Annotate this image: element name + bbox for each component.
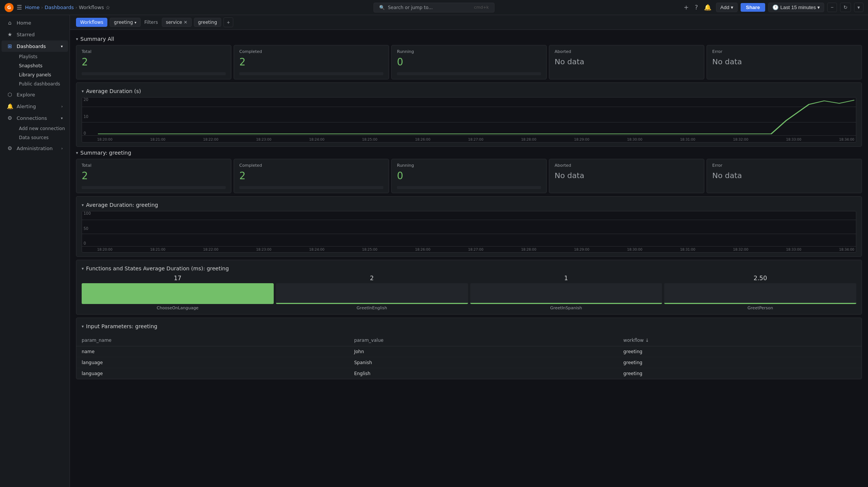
sidebar-label-dashboards: Dashboards [17, 43, 46, 49]
sidebar-item-connections[interactable]: ⚙ Connections ▾ [2, 112, 68, 124]
xl-9: 18:28:00 [521, 138, 536, 141]
sidebar-item-administration[interactable]: ⚙ Administration › [2, 143, 68, 154]
stat-bar-g-completed [239, 186, 383, 189]
help-icon[interactable]: ? [693, 2, 700, 12]
col-header-param-value[interactable]: param_value [349, 335, 618, 346]
summary-all-chevron-icon[interactable]: ▾ [76, 37, 78, 42]
breadcrumb-current: Workflows [79, 5, 104, 10]
tab-greeting[interactable]: greeting ▾ [110, 18, 140, 27]
bar-value-english: 2 [276, 275, 468, 282]
col-header-workflow[interactable]: workflow ↓ [618, 335, 862, 346]
greeting-tab-chevron-icon: ▾ [135, 20, 136, 25]
plus-icon[interactable]: + [682, 2, 690, 12]
sidebar: ⌂ Home ★ Starred ⊞ Dashboards ▾ Playlist… [0, 15, 70, 487]
search-box[interactable]: 🔍 Search or jump to... cmd+k [374, 3, 494, 12]
avg-duration-chevron-icon[interactable]: ▾ [82, 89, 84, 94]
sidebar-sub-public-dashboards[interactable]: Public dashboards [16, 79, 70, 88]
sidebar-item-explore[interactable]: ⬡ Explore [2, 89, 68, 100]
stat-value-g-error: No data [712, 171, 856, 180]
sidebar-sub-playlists[interactable]: Playlists [16, 52, 70, 61]
stat-label-running: Running [397, 49, 541, 54]
stat-bar-g-running [397, 186, 541, 189]
gr-xl-4: 18:23:00 [256, 248, 271, 251]
stat-label-completed: Completed [239, 49, 383, 54]
breadcrumb-home[interactable]: Home [25, 5, 39, 10]
gr-xl-15: 18:34:00 [839, 248, 854, 251]
sidebar-sub-snapshots[interactable]: Snapshots [16, 61, 70, 70]
grafana-logo[interactable]: G [5, 3, 14, 12]
greeting-tab-label: greeting [114, 20, 133, 25]
bar-inner-spanish [470, 303, 662, 304]
sidebar-sub-library-panels[interactable]: Library panels [16, 70, 70, 79]
sidebar-toggle[interactable]: ☰ [17, 4, 22, 11]
sidebar-item-dashboards[interactable]: ⊞ Dashboards ▾ [2, 40, 68, 52]
refresh-button[interactable]: ↻ [840, 3, 851, 12]
stat-card-g-completed: Completed 2 [234, 159, 389, 193]
avg-duration-greeting-inner: ▾ Average Duration: greeting 100 50 0 [76, 197, 862, 256]
sidebar-sub-dashboards: Playlists Snapshots Library panels Publi… [0, 52, 70, 88]
gr-xl-10: 18:29:00 [574, 248, 589, 251]
avg-duration-inner: ▾ Average Duration (s) 20 10 0 [76, 83, 862, 146]
sidebar-item-home[interactable]: ⌂ Home [2, 17, 68, 28]
input-params-chevron-icon[interactable]: ▾ [82, 324, 84, 329]
breadcrumb-sep1: › [41, 5, 43, 10]
admin-chevron-icon: › [61, 146, 63, 150]
summary-greeting-chevron-icon[interactable]: ▾ [76, 150, 78, 155]
stat-value-completed: 2 [239, 56, 383, 68]
avg-duration-greeting-header: ▾ Average Duration: greeting [82, 202, 856, 208]
share-button[interactable]: Share [741, 3, 765, 12]
sidebar-section-main: ⌂ Home ★ Starred ⊞ Dashboards ▾ Playlist… [0, 15, 70, 156]
sidebar-item-starred[interactable]: ★ Starred [2, 29, 68, 40]
col-header-param-value-label: param_value [354, 338, 384, 343]
tab-bar: Workflows greeting ▾ Filters service ✕ g… [70, 15, 868, 30]
filter-greeting-tag[interactable]: greeting [194, 18, 221, 27]
input-params-tbody: name John greeting language Spanish gree… [76, 346, 862, 379]
breadcrumb-sep2: › [75, 5, 77, 10]
bar-value-person: 2.50 [664, 275, 856, 282]
stat-bar-total [82, 72, 226, 75]
bell-icon[interactable]: 🔔 [702, 2, 713, 12]
tab-workflows[interactable]: Workflows [76, 18, 107, 27]
filter-label: Filters [143, 20, 160, 25]
xl-3: 18:22:00 [203, 138, 218, 141]
sidebar-item-alerting[interactable]: 🔔 Alerting › [2, 101, 68, 112]
alerting-icon: 🔔 [7, 103, 13, 109]
bar-greet-person: 2.50 GreetPerson [664, 275, 856, 310]
summary-greeting-header: ▾ Summary: greeting [76, 150, 862, 156]
sidebar-sub-data-sources[interactable]: Data sources [16, 133, 70, 142]
filter-service-remove-icon[interactable]: ✕ [184, 20, 188, 25]
avg-duration-greeting-chart[interactable]: 100 50 0 18:20:00 18:21:00 18:22:00 18:2… [82, 211, 856, 253]
add-button[interactable]: Add ▾ [716, 3, 738, 12]
input-params-panel: ▾ Input Parameters: greeting param_name … [76, 318, 862, 379]
col-header-param-name[interactable]: param_name [76, 335, 349, 346]
functions-states-container: ▾ Functions and States Average Duration … [76, 260, 862, 315]
add-filter-button[interactable]: + [223, 17, 233, 27]
xl-4: 18:23:00 [256, 138, 271, 141]
favorite-star-icon[interactable]: ☆ [105, 5, 110, 11]
stat-bar-g-total [82, 186, 226, 189]
search-shortcut: cmd+k [474, 5, 489, 10]
breadcrumb-dashboards[interactable]: Dashboards [45, 5, 74, 10]
sidebar-sub-add-connection[interactable]: Add new connection [16, 124, 70, 133]
filter-service-tag[interactable]: service ✕ [162, 18, 192, 27]
avg-duration-greeting-chevron-icon[interactable]: ▾ [82, 203, 84, 208]
cell-name-name: name [76, 346, 349, 357]
col-header-param-name-label: param_name [82, 338, 112, 343]
alerting-chevron-icon: › [61, 104, 63, 109]
bar-inner-person [664, 303, 856, 304]
xl-11: 18:30:00 [627, 138, 642, 141]
time-options-button[interactable]: ▾ [854, 3, 863, 12]
avg-duration-chart[interactable]: 20 10 0 18:20:00 18:21:00 [82, 97, 856, 143]
time-range-button[interactable]: 🕐 Last 15 minutes ▾ [768, 3, 824, 12]
topbar-left: G ☰ Home › Dashboards › Workflows ☆ [5, 3, 110, 12]
stat-bar-running [397, 72, 541, 75]
gr-xl-11: 18:30:00 [627, 248, 642, 251]
xl-6: 18:25:00 [362, 138, 377, 141]
gr-xl-6: 18:25:00 [362, 248, 377, 251]
cell-lang2-value: English [349, 368, 618, 379]
zoom-out-button[interactable]: − [827, 3, 837, 12]
bar-value-spanish: 1 [470, 275, 662, 282]
functions-states-chevron-icon[interactable]: ▾ [82, 266, 84, 271]
y-label-0: 0 [84, 131, 88, 135]
xl-13: 18:32:00 [733, 138, 748, 141]
